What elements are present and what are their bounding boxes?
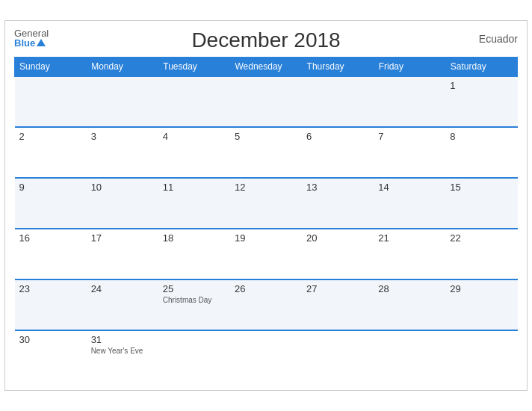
weekday-header-cell: Sunday <box>15 58 87 77</box>
calendar-week-row: 16171819202122 <box>15 229 518 279</box>
calendar-day-cell: 3 <box>87 127 158 178</box>
calendar-week-row: 9101112131415 <box>15 178 518 229</box>
calendar-day-cell: 8 <box>445 127 517 178</box>
day-number: 22 <box>450 232 513 244</box>
day-number: 28 <box>378 283 441 294</box>
calendar-day-cell <box>158 330 230 381</box>
calendar-day-cell: 27 <box>302 279 374 330</box>
calendar-day-cell: 26 <box>230 279 302 330</box>
calendar-day-cell <box>445 330 517 381</box>
day-number: 1 <box>450 80 513 91</box>
calendar-day-cell: 14 <box>374 178 445 229</box>
calendar-day-cell: 5 <box>230 127 302 178</box>
day-number: 9 <box>19 182 82 193</box>
calendar-day-cell <box>302 76 374 127</box>
day-number: 7 <box>378 131 441 142</box>
calendar-day-cell <box>230 330 302 381</box>
calendar-day-cell: 16 <box>15 229 87 279</box>
day-number: 13 <box>306 182 369 193</box>
day-number: 17 <box>91 232 154 244</box>
weekday-header-cell: Monday <box>87 58 158 77</box>
day-number: 26 <box>235 283 297 294</box>
day-number: 2 <box>19 131 82 142</box>
calendar-title: December 2018 <box>191 28 340 52</box>
calendar-day-cell <box>374 330 445 381</box>
holiday-label: Christmas Day <box>163 296 226 304</box>
weekday-header-cell: Friday <box>374 58 445 77</box>
calendar-day-cell: 1 <box>445 76 517 127</box>
calendar-day-cell: 2 <box>15 127 87 178</box>
day-number: 14 <box>378 182 441 193</box>
day-number: 31 <box>91 334 154 345</box>
calendar-day-cell: 28 <box>374 279 445 330</box>
calendar-day-cell: 21 <box>374 229 445 279</box>
day-number: 16 <box>19 232 82 244</box>
day-number: 21 <box>378 232 441 244</box>
day-number: 18 <box>163 232 226 244</box>
logo-triangle-icon <box>37 39 46 46</box>
day-number: 4 <box>163 131 226 142</box>
weekday-header-cell: Tuesday <box>158 58 230 77</box>
calendar-day-cell: 31New Year's Eve <box>87 330 158 381</box>
day-number: 6 <box>306 131 369 142</box>
day-number: 23 <box>19 283 82 294</box>
day-number: 3 <box>91 131 154 142</box>
calendar-day-cell <box>230 76 302 127</box>
day-number: 19 <box>235 232 297 244</box>
calendar-day-cell: 18 <box>158 229 230 279</box>
calendar-week-row: 2345678 <box>15 127 518 178</box>
country-label: Ecuador <box>479 33 518 45</box>
calendar-day-cell: 19 <box>230 229 302 279</box>
calendar-container: General Blue December 2018 Ecuador Sunda… <box>4 20 528 391</box>
weekday-header-cell: Thursday <box>302 58 374 77</box>
calendar-day-cell: 23 <box>15 279 87 330</box>
calendar-grid: SundayMondayTuesdayWednesdayThursdayFrid… <box>14 57 518 381</box>
calendar-body: 1234567891011121314151617181920212223242… <box>15 76 518 381</box>
calendar-day-cell: 22 <box>445 229 517 279</box>
holiday-label: New Year's Eve <box>91 347 154 355</box>
calendar-day-cell: 25Christmas Day <box>158 279 230 330</box>
calendar-day-cell: 15 <box>445 178 517 229</box>
day-number: 11 <box>163 182 226 193</box>
calendar-day-cell: 10 <box>87 178 158 229</box>
day-number: 25 <box>163 283 226 294</box>
calendar-day-cell: 29 <box>445 279 517 330</box>
calendar-header: General Blue December 2018 Ecuador <box>14 28 518 52</box>
calendar-day-cell: 4 <box>158 127 230 178</box>
calendar-day-cell: 24 <box>87 279 158 330</box>
calendar-day-cell: 20 <box>302 229 374 279</box>
calendar-day-cell <box>158 76 230 127</box>
calendar-day-cell <box>15 76 87 127</box>
day-number: 5 <box>235 131 297 142</box>
calendar-week-row: 1 <box>15 76 518 127</box>
calendar-day-cell: 7 <box>374 127 445 178</box>
calendar-week-row: 232425Christmas Day26272829 <box>15 279 518 330</box>
weekday-header-row: SundayMondayTuesdayWednesdayThursdayFrid… <box>15 58 518 77</box>
calendar-day-cell: 6 <box>302 127 374 178</box>
day-number: 10 <box>91 182 154 193</box>
day-number: 20 <box>306 232 369 244</box>
calendar-day-cell: 13 <box>302 178 374 229</box>
day-number: 8 <box>450 131 513 142</box>
logo: General Blue <box>14 28 49 48</box>
calendar-day-cell: 9 <box>15 178 87 229</box>
day-number: 30 <box>19 334 82 345</box>
calendar-day-cell <box>87 76 158 127</box>
day-number: 15 <box>450 182 513 193</box>
day-number: 12 <box>235 182 297 193</box>
calendar-day-cell <box>374 76 445 127</box>
logo-blue-text: Blue <box>14 38 49 48</box>
weekday-header-cell: Saturday <box>445 58 517 77</box>
calendar-day-cell: 30 <box>15 330 87 381</box>
calendar-day-cell: 11 <box>158 178 230 229</box>
calendar-day-cell: 17 <box>87 229 158 279</box>
weekday-header-cell: Wednesday <box>230 58 302 77</box>
day-number: 29 <box>450 283 513 294</box>
day-number: 24 <box>91 283 154 294</box>
calendar-week-row: 3031New Year's Eve <box>15 330 518 381</box>
day-number: 27 <box>306 283 369 294</box>
calendar-day-cell: 12 <box>230 178 302 229</box>
calendar-day-cell <box>302 330 374 381</box>
